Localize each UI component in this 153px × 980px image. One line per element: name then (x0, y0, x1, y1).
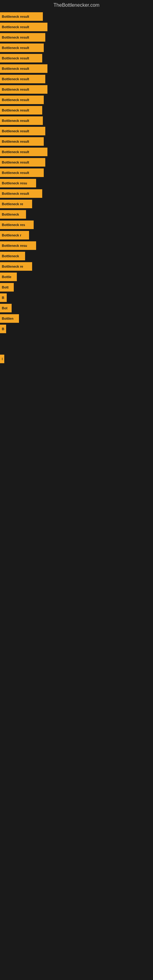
bar-label: Bottle (2, 275, 11, 279)
result-bar: B (0, 325, 6, 333)
bar-label: Bottleneck re (2, 265, 23, 268)
result-bar: Bottleneck resu (0, 241, 36, 250)
bar-label: Bottleneck result (2, 15, 29, 18)
result-bar: Bottleneck result (0, 116, 43, 125)
result-bar: Bottleneck r (0, 231, 29, 240)
result-bar: Bottleneck re (0, 262, 32, 271)
result-bar: Bottleneck result (0, 169, 44, 177)
result-bar: Bottleneck result (0, 64, 48, 73)
bar-label: Bottleneck (2, 213, 19, 216)
bar-row: B (0, 324, 153, 334)
result-bar: Bottleneck result (0, 158, 45, 167)
bar-label: Bottleneck r (2, 233, 21, 237)
result-bar: Bottleneck result (0, 148, 48, 156)
result-bar: Bottleneck (0, 252, 25, 260)
result-bar: B (0, 355, 4, 363)
bar-row: Bottleneck result (0, 53, 153, 63)
bar-row: Bottleneck res (0, 220, 153, 230)
bar-row (0, 384, 153, 393)
bar-row (0, 364, 153, 374)
bar-label: Bot (2, 306, 7, 310)
result-bar: B (0, 293, 7, 302)
bar-row: Bott (0, 282, 153, 292)
bar-row: B (0, 354, 153, 364)
bar-label: Bottleneck result (2, 56, 29, 60)
bar-row: Bottleneck result (0, 12, 153, 21)
bar-row: Bottleneck result (0, 95, 153, 105)
bar-row: Bottleneck result (0, 158, 153, 167)
bar-label: Bottleneck result (2, 46, 29, 49)
bar-row: Bottle (0, 272, 153, 282)
bar-label: B (2, 296, 4, 299)
bar-label: Bottleneck result (2, 77, 29, 81)
bar-label: Bottleneck result (2, 171, 29, 175)
result-bar: Bottleneck result (0, 106, 42, 115)
result-bar: Bottleneck res (0, 221, 33, 229)
bar-label: Bottleneck result (2, 35, 29, 39)
bar-row: Bottleneck result (0, 168, 153, 178)
result-bar: Bottleneck result (0, 12, 43, 21)
bar-row: Bottleneck result (0, 147, 153, 157)
bar-row: Bottleneck resu (0, 241, 153, 250)
bar-label: Bottleneck result (2, 192, 29, 196)
bar-row: Bottleneck r (0, 230, 153, 240)
bar-row: Bottleneck result (0, 189, 153, 199)
bar-label: Bottleneck result (2, 88, 29, 91)
site-title: TheBottlenecker.com (0, 0, 153, 9)
bar-row (0, 394, 153, 403)
result-bar: Bottleneck (0, 210, 26, 219)
bar-row: Bottleneck result (0, 84, 153, 94)
result-bar: Bottleneck result (0, 85, 48, 94)
bar-row: Bottleneck (0, 251, 153, 261)
bar-row: Bot (0, 303, 153, 313)
bar-row: Bottleneck result (0, 32, 153, 42)
bar-row (0, 334, 153, 344)
bar-label: Bottleneck result (2, 67, 29, 70)
bar-row: Bottleneck (0, 210, 153, 219)
bars-container: Bottleneck resultBottleneck resultBottle… (0, 9, 153, 426)
bar-row: Bottlen (0, 313, 153, 323)
bar-row: Bottleneck re (0, 199, 153, 209)
bar-label: Bott (2, 285, 9, 289)
result-bar: Bottleneck result (0, 137, 44, 146)
bar-row: Bottleneck result (0, 105, 153, 115)
result-bar: Bottleneck result (0, 23, 48, 31)
bar-label: Bottleneck result (2, 129, 29, 133)
result-bar: Bottleneck resu (0, 179, 36, 188)
bar-row: B (0, 293, 153, 302)
bar-label: Bottleneck result (2, 25, 29, 29)
bar-label: Bottleneck result (2, 98, 29, 102)
result-bar: Bott (0, 283, 14, 291)
bar-label: Bottleneck resu (2, 244, 27, 247)
bar-label: Bottlen (2, 317, 13, 320)
bar-row: Bottleneck resu (0, 178, 153, 188)
bar-label: B (2, 327, 4, 331)
result-bar: Bottlen (0, 314, 19, 323)
result-bar: Bottleneck result (0, 43, 44, 52)
bar-row: Bottleneck result (0, 126, 153, 136)
result-bar: Bottleneck result (0, 189, 42, 198)
result-bar: Bottleneck result (0, 75, 45, 83)
result-bar: Bottleneck result (0, 33, 45, 41)
bar-label: Bottleneck re (2, 202, 23, 206)
bar-label: B (2, 357, 2, 361)
bar-row (0, 374, 153, 383)
bar-row: Bottleneck result (0, 74, 153, 84)
result-bar: Bot (0, 304, 12, 312)
bar-row (0, 414, 153, 423)
bar-label: Bottleneck result (2, 108, 29, 112)
bar-row (0, 344, 153, 353)
bar-row: Bottleneck re (0, 261, 153, 271)
bar-label: Bottleneck result (2, 140, 29, 143)
result-bar: Bottle (0, 272, 17, 281)
bar-label: Bottleneck result (2, 150, 29, 154)
bar-label: Bottleneck result (2, 119, 29, 123)
result-bar: Bottleneck re (0, 200, 32, 208)
bar-row: Bottleneck result (0, 22, 153, 32)
bar-label: Bottleneck resu (2, 181, 27, 185)
bar-row: Bottleneck result (0, 64, 153, 73)
result-bar: Bottleneck result (0, 127, 45, 135)
result-bar: Bottleneck result (0, 95, 44, 104)
bar-label: Bottleneck result (2, 161, 29, 164)
bar-row: Bottleneck result (0, 43, 153, 52)
